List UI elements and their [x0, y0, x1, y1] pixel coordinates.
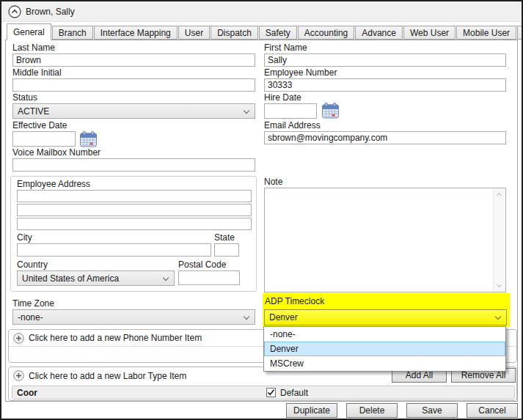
tab-safety[interactable]: Safety [259, 26, 297, 40]
status-value: ACTIVE [18, 106, 49, 117]
save-button[interactable]: Save [406, 403, 458, 418]
chevron-down-icon [244, 314, 249, 320]
plus-circle-icon [13, 370, 24, 381]
middle-initial-label: Middle Initial [12, 67, 62, 78]
collapse-button[interactable] [8, 5, 21, 18]
note-label: Note [264, 177, 282, 187]
adp-timeclock-combobox[interactable]: Denver [264, 309, 507, 325]
tab-documents[interactable]: Documents [517, 26, 523, 40]
effective-date-input[interactable] [12, 131, 76, 147]
employee-address-label: Employee Address [17, 179, 90, 189]
tab-mobile-user[interactable]: Mobile User [456, 26, 516, 40]
chevron-down-icon [495, 314, 501, 320]
adp-timeclock-label: ADP Timeclock [265, 296, 324, 306]
time-zone-value: -none- [18, 312, 43, 323]
default-checkbox[interactable] [266, 388, 276, 397]
note-textarea[interactable] [264, 188, 506, 292]
effective-date-label: Effective Date [12, 120, 67, 130]
tab-advance[interactable]: Advance [355, 26, 403, 40]
tab-branch[interactable]: Branch [52, 26, 93, 40]
employee-address-group: Employee Address City State Country Unit… [10, 176, 257, 292]
tab-accounting[interactable]: Accounting [298, 26, 354, 40]
add-labor-type-label: Click here to add a new Labor Type Item [29, 371, 186, 381]
tab-user[interactable]: User [178, 26, 210, 40]
last-name-input[interactable]: Brown [12, 54, 255, 67]
country-combobox[interactable]: United States of America [17, 270, 175, 286]
plus-circle-icon [13, 333, 24, 344]
address-line3-input[interactable] [17, 218, 252, 230]
tab-dispatch[interactable]: Dispatch [211, 26, 258, 40]
labor-type-name: Coor [17, 388, 37, 398]
country-value: United States of America [22, 273, 119, 284]
postal-code-label: Postal Code [178, 259, 226, 270]
first-name-label: First Name [264, 43, 307, 53]
dropdown-option-none[interactable]: -none- [264, 327, 505, 342]
dropdown-option-denver[interactable]: Denver [264, 342, 505, 356]
adp-timeclock-value: Denver [269, 312, 298, 323]
city-input[interactable] [17, 243, 211, 257]
time-zone-combobox[interactable]: -none- [12, 309, 255, 325]
first-name-input[interactable]: Sally [264, 54, 506, 67]
middle-initial-input[interactable] [12, 78, 255, 92]
hire-date-calendar-button[interactable] [321, 102, 340, 119]
tab-bar: General Branch Interface Mapping User Di… [7, 23, 523, 40]
window-title: Brown, Sally [26, 7, 75, 17]
chevron-down-icon [163, 275, 169, 281]
note-scrollbar[interactable] [493, 189, 505, 291]
state-input[interactable] [214, 243, 239, 257]
tab-general[interactable]: General [7, 23, 51, 40]
address-line2-input[interactable] [17, 204, 252, 216]
scroll-down-icon [497, 282, 502, 287]
labor-type-row-coor[interactable]: Coor Default [12, 386, 515, 399]
status-label: Status [12, 92, 37, 103]
labor-type-panel: Click here to add a new Labor Type Item … [8, 366, 517, 401]
tab-web-user[interactable]: Web User [403, 26, 456, 40]
email-address-label: Email Address [264, 120, 321, 130]
dropdown-option-mscrew[interactable]: MSCrew [264, 356, 505, 371]
tab-page-general: Last Name Brown First Name Sally Middle … [5, 40, 518, 402]
voice-mailbox-label: Voice Mailbox Number [12, 147, 100, 158]
city-label: City [17, 232, 32, 243]
window-header: Brown, Sally [1, 1, 522, 22]
default-checkbox-label: Default [280, 388, 308, 398]
adp-timeclock-dropdown-list: -none- Denver MSCrew [263, 326, 506, 372]
last-name-label: Last Name [12, 43, 55, 53]
delete-button[interactable]: Delete [346, 403, 398, 418]
status-combobox[interactable]: ACTIVE [12, 103, 255, 119]
address-line1-input[interactable] [17, 190, 252, 202]
voice-mailbox-input[interactable] [12, 158, 255, 172]
chevron-up-circle-icon [8, 10, 21, 21]
duplicate-button[interactable]: Duplicate [286, 403, 337, 418]
employee-detail-window: Brown, Sally General Branch Interface Ma… [0, 0, 523, 420]
tab-interface-mapping[interactable]: Interface Mapping [94, 26, 178, 40]
employee-number-input[interactable]: 30333 [264, 78, 506, 92]
employee-number-label: Employee Number [264, 67, 337, 78]
checkmark-icon [267, 388, 275, 397]
calendar-icon [321, 111, 340, 122]
cancel-button[interactable]: Cancel [467, 403, 518, 418]
scroll-up-icon [497, 193, 502, 198]
add-phone-number-label: Click here to add a new Phone Number Ite… [29, 333, 202, 343]
time-zone-label: Time Zone [12, 298, 54, 309]
hire-date-label: Hire Date [264, 92, 301, 103]
country-label: Country [17, 259, 48, 270]
hire-date-input[interactable] [264, 103, 317, 119]
state-label: State [214, 232, 235, 243]
chevron-down-icon [244, 108, 249, 114]
effective-date-calendar-button[interactable] [79, 130, 98, 148]
email-address-input[interactable]: sbrown@movingcompany.com [264, 131, 506, 144]
postal-code-input[interactable] [178, 270, 240, 285]
